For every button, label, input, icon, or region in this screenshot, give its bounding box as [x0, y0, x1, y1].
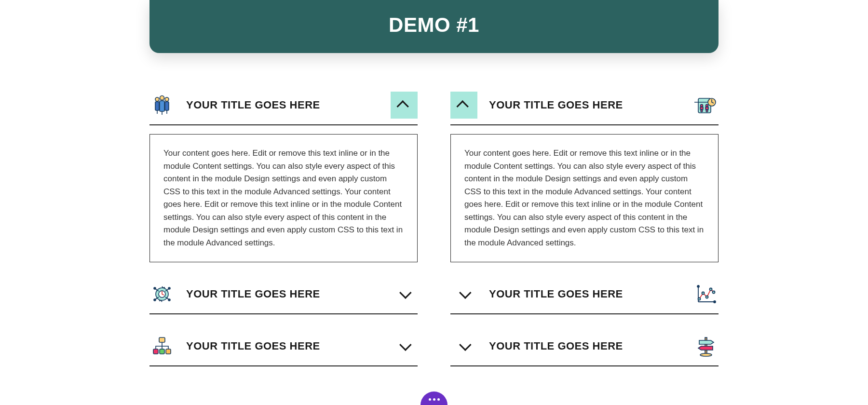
accordion-body: Your content goes here. Edit or remove t…	[450, 134, 719, 262]
accordion-item: YOUR TITLE GOES HERE	[149, 333, 418, 366]
page-header: DEMO #1	[149, 0, 719, 53]
gear-clock-icon	[149, 282, 175, 307]
chevron-toggle[interactable]	[391, 333, 418, 360]
right-column: YOUR TITLE GOES HERE	[450, 92, 719, 385]
svg-point-29	[702, 292, 705, 295]
dots-icon	[429, 398, 431, 401]
dots-icon	[437, 398, 440, 401]
chevron-toggle[interactable]	[450, 333, 477, 360]
floating-action-button[interactable]	[420, 392, 448, 405]
chevron-toggle[interactable]	[391, 92, 418, 119]
svg-point-23	[706, 105, 708, 107]
chevron-toggle[interactable]	[450, 92, 477, 119]
chevron-toggle[interactable]	[391, 281, 418, 308]
accordion-header[interactable]: YOUR TITLE GOES HERE	[149, 281, 418, 314]
accordion-title: YOUR TITLE GOES HERE	[489, 340, 682, 352]
accordion-item: YOUR TITLE GOES HERE	[450, 281, 719, 314]
analytics-icon	[693, 282, 719, 307]
svg-rect-17	[160, 349, 164, 354]
accordion-title: YOUR TITLE GOES HERE	[186, 288, 379, 300]
accordion-title: YOUR TITLE GOES HERE	[186, 99, 379, 111]
svg-point-33	[697, 285, 699, 287]
chevron-down-icon	[459, 287, 471, 299]
svg-rect-18	[166, 349, 171, 354]
accordion-item: YOUR TITLE GOES HERE	[450, 333, 719, 366]
chevron-up-icon	[456, 100, 468, 112]
svg-rect-4	[160, 101, 164, 111]
org-chart-icon	[149, 334, 175, 359]
svg-point-21	[701, 105, 703, 107]
calendar-people-icon	[693, 93, 719, 118]
accordion-columns: YOUR TITLE GOES HERE Your content goes h…	[149, 92, 719, 385]
accordion-item: YOUR TITLE GOES HERE Your content goes h…	[149, 92, 418, 262]
svg-rect-24	[705, 107, 708, 109]
svg-rect-35	[705, 338, 707, 354]
svg-point-30	[706, 296, 708, 298]
accordion-header[interactable]: YOUR TITLE GOES HERE	[450, 281, 719, 314]
people-icon	[149, 93, 175, 118]
chevron-toggle[interactable]	[450, 281, 477, 308]
svg-rect-3	[155, 102, 159, 110]
svg-rect-5	[165, 102, 169, 110]
svg-rect-16	[153, 349, 158, 354]
svg-point-1	[160, 96, 164, 100]
chevron-up-icon	[396, 100, 408, 112]
svg-point-25	[701, 110, 703, 112]
accordion-header[interactable]: YOUR TITLE GOES HERE	[149, 333, 418, 366]
accordion-item: YOUR TITLE GOES HERE	[450, 92, 719, 262]
accordion-title: YOUR TITLE GOES HERE	[489, 99, 682, 111]
svg-point-0	[155, 97, 159, 101]
chevron-down-icon	[399, 339, 411, 351]
svg-rect-15	[159, 338, 165, 342]
accordion-header[interactable]: YOUR TITLE GOES HERE	[450, 333, 719, 366]
svg-point-26	[706, 110, 708, 112]
svg-point-28	[698, 298, 701, 300]
accordion-title: YOUR TITLE GOES HERE	[186, 340, 379, 352]
accordion-header[interactable]: YOUR TITLE GOES HERE	[450, 92, 719, 125]
accordion-header[interactable]: YOUR TITLE GOES HERE	[149, 92, 418, 125]
svg-point-36	[700, 353, 712, 356]
chevron-down-icon	[399, 287, 411, 299]
dots-icon	[433, 398, 435, 401]
left-column: YOUR TITLE GOES HERE Your content goes h…	[149, 92, 418, 385]
signpost-icon	[693, 334, 719, 359]
page-title: DEMO #1	[149, 14, 719, 37]
svg-point-2	[165, 97, 169, 101]
accordion-body: Your content goes here. Edit or remove t…	[149, 134, 418, 262]
accordion-title: YOUR TITLE GOES HERE	[489, 288, 682, 300]
svg-point-32	[713, 291, 715, 294]
svg-rect-22	[700, 107, 703, 109]
svg-point-31	[710, 288, 712, 291]
chevron-down-icon	[459, 339, 471, 351]
svg-point-34	[714, 301, 716, 303]
accordion-item: YOUR TITLE GOES HERE	[149, 281, 418, 314]
